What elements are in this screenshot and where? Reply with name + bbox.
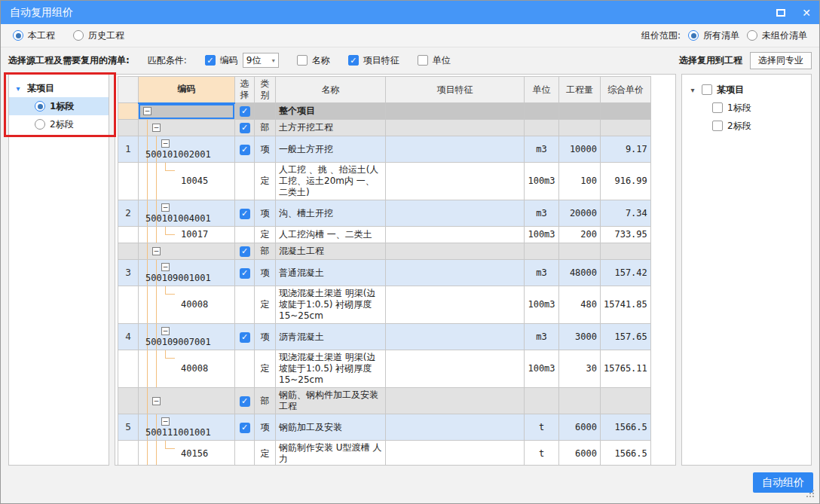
cell-code[interactable]: −500111001001 [139,414,235,441]
radio-all-lists[interactable] [688,30,699,41]
cell-name[interactable]: 人工挖 、挑 、抬运土(人工挖、运土20m内 一、二类土) [276,163,386,200]
cell-unit[interactable] [525,103,559,120]
cell-feature[interactable] [386,260,525,286]
row-checkbox[interactable]: ✓ [240,246,250,257]
cell-code[interactable]: −500109007001 [139,324,235,350]
cell-category[interactable]: 定 [255,163,276,200]
cell-category[interactable]: 定 [255,441,276,466]
cell-quantity[interactable]: 48000 [559,260,601,286]
cell-name[interactable]: 人工挖沟槽 一、二类土 [276,227,386,243]
cell-unit_price[interactable]: 157.65 [601,324,651,350]
cell-unit[interactable]: t [525,441,559,466]
cell-index[interactable]: 4 [118,324,139,350]
row-checkbox[interactable]: ✓ [240,209,250,219]
cell-select[interactable] [235,286,255,324]
cell-select[interactable]: ✓ [235,120,255,136]
cell-unit_price[interactable]: 916.99 [601,163,651,200]
radio-unpriced-lists[interactable] [747,30,757,41]
cell-select[interactable]: ✓ [235,200,255,227]
checkbox-unit[interactable] [418,55,428,66]
same-specialty-button[interactable]: 选择同专业 [750,52,812,69]
cell-quantity[interactable]: 480 [559,286,601,324]
source-tree-item-section1-label[interactable]: 1标段 [50,100,74,113]
cell-unit_price[interactable]: 1566.5 [601,441,651,466]
source-tree-item-section2[interactable]: 2标段 [9,115,109,133]
maximize-button[interactable] [768,1,794,24]
cell-quantity[interactable]: 6000 [559,414,601,441]
radio-history-project[interactable] [73,30,84,41]
collapse-arrow-icon[interactable]: ▾ [14,84,23,93]
cell-index[interactable] [118,350,139,388]
collapse-minus-icon[interactable]: − [161,417,170,426]
row-checkbox[interactable]: ✓ [240,332,250,343]
cell-select[interactable]: ✓ [235,260,255,286]
checkbox-target-section1[interactable] [712,102,723,113]
cell-index[interactable] [118,286,139,324]
target-tree-root[interactable]: ▾ 某项目 [682,81,811,99]
cell-quantity[interactable]: 3000 [559,324,601,350]
cell-quantity[interactable] [559,120,601,136]
cell-unit_price[interactable]: 15741.85 [601,286,651,324]
collapse-minus-icon[interactable]: − [161,203,170,212]
cell-unit_price[interactable]: 15765.11 [601,350,651,388]
cell-code[interactable]: 40008 [139,286,235,324]
cell-unit[interactable]: 100m3 [525,227,559,243]
checkbox-unit-label[interactable]: 单位 [433,54,451,67]
radio-unpriced-lists-label[interactable]: 未组价清单 [762,29,807,42]
cell-select[interactable] [235,163,255,200]
cell-quantity[interactable]: 6000 [559,441,601,466]
cell-feature[interactable] [386,388,525,414]
checkbox-target-root[interactable] [702,84,712,95]
target-tree-item-section2-label[interactable]: 2标段 [727,120,751,133]
cell-quantity[interactable]: 30 [559,350,601,388]
cell-category[interactable]: 部 [255,243,276,260]
target-tree-item-section1[interactable]: 1标段 [682,99,811,117]
radio-history-project-label[interactable]: 历史工程 [88,29,124,42]
cell-category[interactable]: 定 [255,350,276,388]
cell-name[interactable]: 土方开挖工程 [276,120,386,136]
checkbox-feature-label[interactable]: 项目特征 [363,54,399,67]
cell-select[interactable]: ✓ [235,414,255,441]
checkbox-feature[interactable]: ✓ [348,55,359,66]
cell-unit_price[interactable] [601,103,651,120]
cell-unit_price[interactable] [601,120,651,136]
cell-unit_price[interactable]: 1566.5 [601,414,651,441]
cell-unit_price[interactable]: 7.34 [601,200,651,227]
cell-name[interactable]: 普通混凝土 [276,260,386,286]
radio-section1[interactable] [35,101,45,111]
cell-index[interactable] [118,243,139,260]
cell-select[interactable] [235,227,255,243]
cell-unit[interactable]: m3 [525,200,559,227]
row-checkbox[interactable]: ✓ [240,423,250,433]
checkbox-name-label[interactable]: 名称 [312,54,330,67]
cell-feature[interactable] [386,227,525,243]
cell-feature[interactable] [386,103,525,120]
cell-code[interactable]: 40156 [139,441,235,466]
cell-name[interactable]: 钢筋、钢构件加工及安装工程 [276,388,386,414]
cell-category[interactable]: 项 [255,260,276,286]
row-checkbox[interactable]: ✓ [240,145,250,155]
cell-unit[interactable]: 100m3 [525,286,559,324]
cell-name[interactable]: 沟、槽土开挖 [276,200,386,227]
radio-section2[interactable] [35,119,45,130]
cell-quantity[interactable]: 100 [559,163,601,200]
target-tree-root-label[interactable]: 某项目 [717,84,744,96]
checkbox-code[interactable]: ✓ [205,55,216,66]
cell-name[interactable]: 沥青混凝土 [276,324,386,350]
cell-select[interactable]: ✓ [235,324,255,350]
cell-code[interactable]: −500101004001 [139,200,235,227]
source-tree-root-label[interactable]: 某项目 [27,82,54,95]
cell-unit[interactable] [525,388,559,414]
cell-select[interactable]: ✓ [235,388,255,414]
cell-unit_price[interactable]: 733.95 [601,227,651,243]
cell-category[interactable]: 部 [255,388,276,414]
cell-unit[interactable]: m3 [525,324,559,350]
collapse-arrow-icon[interactable]: ▾ [688,86,697,94]
row-checkbox[interactable]: ✓ [240,123,250,133]
cell-unit[interactable]: 100m3 [525,163,559,200]
collapse-minus-icon[interactable]: − [152,124,161,132]
cell-select[interactable]: ✓ [235,136,255,163]
cell-code[interactable]: −500101002001 [139,136,235,163]
cell-index[interactable] [118,120,139,136]
cell-quantity[interactable]: 200 [559,227,601,243]
